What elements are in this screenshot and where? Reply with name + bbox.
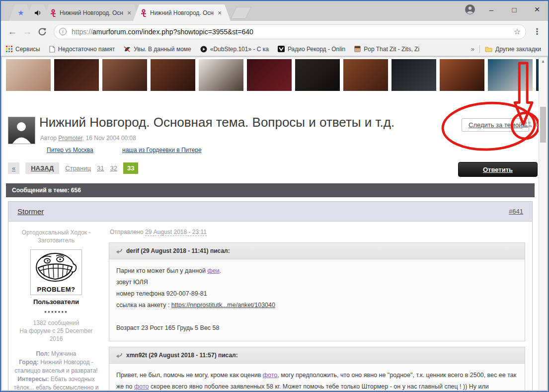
tab-forum-2-active[interactable]: Нижний Новгород. Осн × xyxy=(133,4,231,21)
follow-topic-button[interactable]: Следить за темой xyxy=(462,118,529,132)
bookmark-pop-that-zit[interactable]: Pop That Zit - Zits, Zi xyxy=(354,46,419,53)
scrollbar[interactable]: ▲ xyxy=(539,57,547,390)
back-page-button[interactable]: НАЗАД xyxy=(25,162,59,174)
tab-title: Нижний Новгород. Осн xyxy=(60,9,123,16)
avatar-caption: PROBLEM? xyxy=(32,286,80,294)
quote-block-xmn92t: xmn92t (29 August 2018 - 11:57) писал: П… xyxy=(109,347,525,390)
star-favicon-icon: ★ xyxy=(17,8,24,17)
topic-author-line: Автор Promoter, 16 Nov 2004 00:08 xyxy=(40,135,136,142)
photo-link-1[interactable]: фото xyxy=(263,372,278,379)
topic-stats-bar: Сообщений в теме: 656 xyxy=(6,183,535,197)
bookmark-memory[interactable]: Недостаточно памят xyxy=(49,46,115,53)
post-permalink[interactable]: #641 xyxy=(509,208,523,215)
post-date-line: Отправлено 29 August 2018 - 23:11 xyxy=(110,229,525,235)
post-count: 1382 сообщений xyxy=(12,319,100,327)
face-icon xyxy=(354,46,361,52)
banner-thumbnail[interactable] xyxy=(295,59,340,91)
url-text[interactable]: https://amurforum.com/index.php?showtopi… xyxy=(72,28,510,36)
author-custom-title: Ортодоксальный Ходок - Заготовитель xyxy=(12,229,100,244)
related-link-piter[interactable]: Питер vs Москва xyxy=(47,147,93,154)
author-link[interactable]: Promoter xyxy=(58,135,82,142)
banner-thumbnail[interactable] xyxy=(488,59,533,91)
profile-icon[interactable] xyxy=(464,3,476,16)
bookmark-dubstep[interactable]: «DubStep.101» - С ка xyxy=(200,46,269,53)
new-tab-button[interactable] xyxy=(231,7,251,19)
reply-button[interactable]: Ответить xyxy=(458,162,538,177)
page-content: Нижний Новгород. Основная тема. Вопросы … xyxy=(2,57,539,390)
separator xyxy=(479,45,480,53)
tab-forum-1[interactable]: Нижний Новгород. Осн × xyxy=(43,4,140,21)
first-page-button[interactable]: « xyxy=(8,162,19,174)
current-page-badge: 33 xyxy=(123,162,138,174)
banner-thumbnail[interactable] xyxy=(440,59,484,91)
bookmark-uvy[interactable]: Увы. В данный моме xyxy=(124,46,191,53)
close-button[interactable]: × xyxy=(529,3,545,16)
apps-grid-icon xyxy=(6,46,12,52)
banner-thumbnail[interactable] xyxy=(247,59,292,91)
quote-body: Парни кто может был у данной феи. зовут … xyxy=(109,259,525,341)
tab-close-icon[interactable]: × xyxy=(217,9,223,17)
browser-toolbar: ← → i https://amurforum.com/index.php?sh… xyxy=(1,21,548,42)
radio-record-icon xyxy=(278,46,285,52)
pages-dropdown[interactable]: Страниц xyxy=(65,164,91,172)
related-links: Питер vs Москва наша из Гордеевки в Пите… xyxy=(47,147,229,154)
tab-title: Нижний Новгород. Осн xyxy=(150,9,214,16)
banner-thumbnail[interactable] xyxy=(392,59,436,91)
browser-window: – □ × ★ Нижний Новгород. Осн × Нижний Но… xyxy=(0,0,549,392)
banner-thumbnail[interactable] xyxy=(102,59,147,91)
quote-header: xmn92t (29 August 2018 - 11:57) писал: xyxy=(109,347,525,364)
joined-date: На форуме с 25 December 2016 xyxy=(12,327,100,343)
topic-avatar[interactable] xyxy=(8,117,35,144)
photo-link-2[interactable]: фото xyxy=(134,383,149,390)
reply-arrow-icon xyxy=(115,248,122,254)
banner-thumbnail[interactable] xyxy=(6,59,51,91)
scrollbar-thumb[interactable] xyxy=(540,107,546,143)
page-31-link[interactable]: 31 xyxy=(97,164,104,172)
bookmark-star-icon[interactable]: ☆ xyxy=(514,27,521,36)
watchers-icon xyxy=(522,121,533,128)
troll-face-image xyxy=(32,252,80,284)
related-link-gordeevka[interactable]: наша из Гордеевки в Питере xyxy=(122,147,202,154)
document-icon xyxy=(49,46,55,53)
reply-arrow-icon xyxy=(115,353,122,358)
banner-thumbnail[interactable] xyxy=(199,59,243,91)
speaker-icon xyxy=(34,9,42,16)
bird-icon xyxy=(124,46,131,52)
profile-url-link[interactable]: https://nnprostitutk...me/anket/103040 xyxy=(171,302,275,309)
browser-menu-icon[interactable]: ⋮ xyxy=(530,26,544,37)
banner-thumbnail[interactable] xyxy=(343,59,388,91)
author-avatar-image: PROBLEM? xyxy=(30,249,82,295)
bookmarks-overflow-icon[interactable]: » xyxy=(471,45,474,53)
maximize-button[interactable]: □ xyxy=(506,3,522,16)
address-bar[interactable]: i https://amurforum.com/index.php?showto… xyxy=(54,24,526,39)
scroll-up-icon[interactable]: ▲ xyxy=(539,57,547,65)
topic-watchers: 0 xyxy=(522,121,539,128)
quote-header: derif (29 August 2018 - 11:41) писал: xyxy=(109,243,525,259)
folder-icon xyxy=(485,46,492,52)
quote-block-derif: derif (29 August 2018 - 11:41) писал: Па… xyxy=(109,242,525,341)
page-info-icon[interactable]: i xyxy=(59,28,67,35)
page-32-link[interactable]: 32 xyxy=(110,164,117,172)
tab-strip: – □ × ★ Нижний Новгород. Осн × Нижний Но… xyxy=(1,1,548,21)
banner-thumbnail[interactable] xyxy=(151,59,195,91)
minimize-button[interactable]: – xyxy=(483,3,499,16)
forum-favicon-icon xyxy=(50,9,57,17)
quote-body: Привет, не был, помочь не могу, кроме ка… xyxy=(109,364,525,390)
fairy-link[interactable]: феи xyxy=(207,267,219,274)
post-author-link[interactable]: Stormer xyxy=(17,207,44,216)
tab-close-icon[interactable]: × xyxy=(126,9,132,17)
reload-icon[interactable] xyxy=(35,24,50,39)
member-group: Пользователи xyxy=(12,298,100,306)
bookmarks-bar: Сервисы Недостаточно памят Увы. В данный… xyxy=(1,42,548,56)
profile-fields: Пол: Мужчина Город: Нижний Новгород - ст… xyxy=(12,350,100,390)
banner-thumbnail[interactable] xyxy=(54,59,99,91)
other-bookmarks[interactable]: Другие закладки xyxy=(485,46,541,53)
bookmark-radio-record[interactable]: Радио Рекорд - Onlin xyxy=(278,46,345,53)
back-icon[interactable]: ← xyxy=(5,24,20,39)
author-profile-panel: Ортодоксальный Ходок - Заготовитель xyxy=(8,222,104,390)
forward-icon[interactable]: → xyxy=(20,24,35,39)
bookmark-services[interactable]: Сервисы xyxy=(6,46,40,53)
banner-strip xyxy=(6,59,539,91)
post-header: Stormer #641 xyxy=(8,202,532,222)
member-pips: ●●●●●●● xyxy=(12,308,100,316)
